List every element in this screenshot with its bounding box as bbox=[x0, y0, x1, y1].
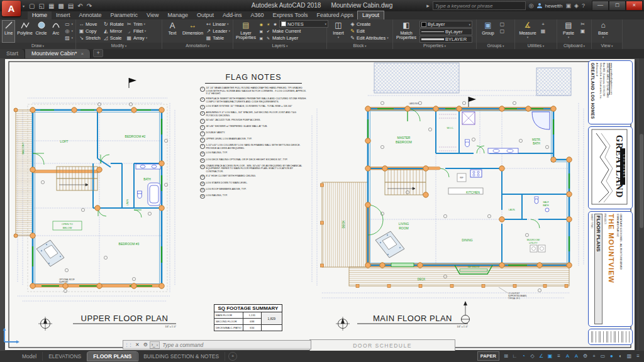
tab-output[interactable]: Output bbox=[192, 11, 218, 19]
table-button[interactable]: ▦Table bbox=[206, 35, 230, 41]
lineweight-icon[interactable]: ≡ bbox=[555, 352, 563, 360]
match-layer-button[interactable]: ▣✎Match Layer bbox=[258, 35, 328, 41]
panel-title-draw[interactable]: Draw bbox=[0, 43, 75, 49]
panel-title-block[interactable]: Block bbox=[327, 43, 392, 49]
signed-in-user[interactable]: hewetth bbox=[545, 3, 563, 9]
help-icon[interactable]: ? bbox=[582, 3, 585, 9]
tab-express-tools[interactable]: Express Tools bbox=[269, 11, 313, 19]
panel-title-layers[interactable]: Layers bbox=[233, 43, 326, 49]
ellipse-icon[interactable]: ◎ bbox=[65, 28, 70, 34]
chevron-down-icon[interactable] bbox=[602, 36, 604, 39]
redo-icon[interactable]: ↷ bbox=[87, 3, 92, 9]
panel-title-utilities[interactable]: Utilities bbox=[515, 43, 557, 49]
isolate-objects-icon[interactable]: ◐ bbox=[616, 352, 625, 360]
polar-tracking-icon[interactable]: ◔ bbox=[519, 352, 528, 360]
chevron-down-icon[interactable] bbox=[387, 36, 389, 40]
osnap-icon[interactable]: ▣ bbox=[546, 352, 554, 360]
osnap-tracking-icon[interactable]: ∠ bbox=[537, 352, 545, 360]
polyline-button[interactable]: Polyline bbox=[17, 21, 33, 42]
store-icon[interactable]: ▣ bbox=[566, 3, 572, 9]
tab-building-section[interactable]: BUILDING SECTION & NOTES bbox=[138, 352, 225, 361]
layer-freeze-icon[interactable]: ✱ bbox=[272, 22, 278, 26]
customization-menu-icon[interactable]: ≡ bbox=[634, 352, 642, 360]
file-tab-start[interactable]: Start bbox=[0, 49, 25, 58]
base-button[interactable]: ⌂Base bbox=[594, 21, 612, 42]
panel-title-clipboard[interactable]: Clipboard bbox=[557, 43, 591, 49]
layer-properties-button[interactable]: ▤Layer Properties bbox=[236, 21, 256, 42]
mirror-button[interactable]: ◭Mirror bbox=[103, 28, 124, 34]
match-properties-button[interactable]: ◧Match Properties bbox=[396, 21, 417, 42]
array-button[interactable]: ▦Array bbox=[126, 35, 147, 41]
trim-button[interactable]: ✂Trim bbox=[126, 21, 147, 27]
command-input[interactable]: Type a command bbox=[162, 342, 203, 348]
command-grip[interactable]: ⋮⋮ bbox=[123, 343, 133, 348]
annotation-scale-icon[interactable]: ⚙ bbox=[581, 352, 589, 360]
drawing-area[interactable]: — □ × bbox=[0, 58, 644, 351]
tab-view[interactable]: View bbox=[142, 11, 163, 19]
panel-title-view[interactable]: View bbox=[592, 43, 622, 49]
paste-button[interactable]: ▤Paste bbox=[560, 21, 577, 42]
paper-sheet[interactable]: BALCONY LOFT BEDROOM #2 BATH LINEN OPEN … bbox=[5, 59, 635, 350]
minimize-button[interactable]: — bbox=[592, 1, 609, 11]
tab-manage[interactable]: Manage bbox=[163, 11, 192, 19]
tab-layout[interactable]: Layout bbox=[358, 11, 384, 19]
layer-on-icon[interactable]: ☀ bbox=[265, 22, 271, 26]
panel-title-modify[interactable]: Modify bbox=[76, 43, 162, 49]
search-caret-icon[interactable]: ▸ bbox=[426, 3, 430, 9]
move-button[interactable]: ↔Move bbox=[79, 21, 101, 27]
make-current-button[interactable]: ▣✔Make Current bbox=[258, 28, 328, 34]
ortho-icon[interactable]: ∟ bbox=[511, 352, 519, 360]
chevron-down-icon[interactable] bbox=[72, 36, 74, 40]
chevron-down-icon[interactable] bbox=[338, 36, 340, 39]
share-icon[interactable]: ◈ bbox=[574, 3, 579, 9]
chevron-down-icon[interactable] bbox=[72, 29, 74, 33]
close-button[interactable]: × bbox=[626, 1, 643, 11]
chevron-down-icon[interactable] bbox=[527, 36, 529, 39]
tab-model[interactable]: Model bbox=[16, 352, 43, 361]
tab-insert[interactable]: Insert bbox=[52, 11, 75, 19]
command-close-icon[interactable]: ✕ bbox=[133, 342, 142, 348]
rotate-button[interactable]: ↻Rotate bbox=[103, 21, 124, 27]
fillet-button[interactable]: ◞Fillet bbox=[126, 28, 147, 34]
circle-button[interactable]: Circle bbox=[35, 21, 47, 42]
isodraft-icon[interactable]: ◇ bbox=[528, 352, 536, 360]
group-button[interactable]: ▣Group bbox=[479, 21, 497, 42]
ungroup-icon[interactable]: ▢ bbox=[499, 21, 505, 27]
undo-icon[interactable]: ↶ bbox=[77, 3, 82, 9]
rectangle-icon[interactable]: ▭ bbox=[65, 21, 70, 27]
tab-parametric[interactable]: Parametric bbox=[106, 11, 143, 19]
search-icon[interactable]: ◎ bbox=[529, 3, 534, 9]
layer-dropdown[interactable]: NOTES bbox=[279, 20, 328, 28]
close-tab-icon[interactable]: × bbox=[81, 51, 84, 57]
edit-attributes-button[interactable]: ✎Edit Attributes bbox=[350, 35, 389, 41]
plot-icon[interactable]: ▤ bbox=[68, 3, 74, 9]
group-edit-icon[interactable]: ▢ bbox=[499, 28, 505, 34]
chevron-down-icon[interactable] bbox=[145, 29, 147, 33]
search-input[interactable]: Type a keyword or phrase bbox=[433, 1, 526, 10]
vertical-scrollbar[interactable] bbox=[639, 58, 644, 351]
scale-button[interactable]: ◿Scale bbox=[103, 35, 124, 41]
copy-button[interactable]: ▣Copy bbox=[79, 28, 101, 34]
id-point-icon[interactable]: + bbox=[540, 21, 546, 27]
annotation-visibility-icon[interactable]: A bbox=[564, 352, 572, 360]
dimension-button[interactable]: ↔Dimension bbox=[182, 21, 203, 42]
clean-screen-icon[interactable]: ▥ bbox=[625, 352, 633, 360]
arc-button[interactable]: Arc bbox=[50, 21, 62, 42]
measure-button[interactable]: ∡Measure bbox=[518, 21, 538, 42]
workspace-switch-icon[interactable]: + bbox=[590, 352, 598, 360]
chevron-down-icon[interactable] bbox=[72, 22, 74, 26]
linear-button[interactable]: ↤Linear bbox=[206, 21, 230, 27]
lineweight-dropdown[interactable]: BYLAYER bbox=[419, 36, 472, 43]
open-icon[interactable]: ◱ bbox=[38, 3, 44, 9]
text-button[interactable]: AText bbox=[165, 21, 180, 42]
annotation-autoscale-icon[interactable]: A bbox=[572, 352, 580, 360]
tab-addins[interactable]: Add-ins bbox=[218, 11, 247, 19]
chevron-down-icon[interactable] bbox=[568, 36, 570, 39]
chevron-down-icon[interactable] bbox=[146, 36, 148, 40]
file-tab-document[interactable]: Mountview Cabin*× bbox=[25, 49, 91, 58]
line-button[interactable]: Line bbox=[3, 21, 14, 42]
linetype-dropdown[interactable]: ByLayer bbox=[419, 28, 472, 35]
insert-button[interactable]: ◫Insert bbox=[330, 21, 347, 42]
saveas-icon[interactable]: ▩ bbox=[58, 3, 64, 9]
create-block-button[interactable]: ◈Create bbox=[350, 21, 389, 27]
